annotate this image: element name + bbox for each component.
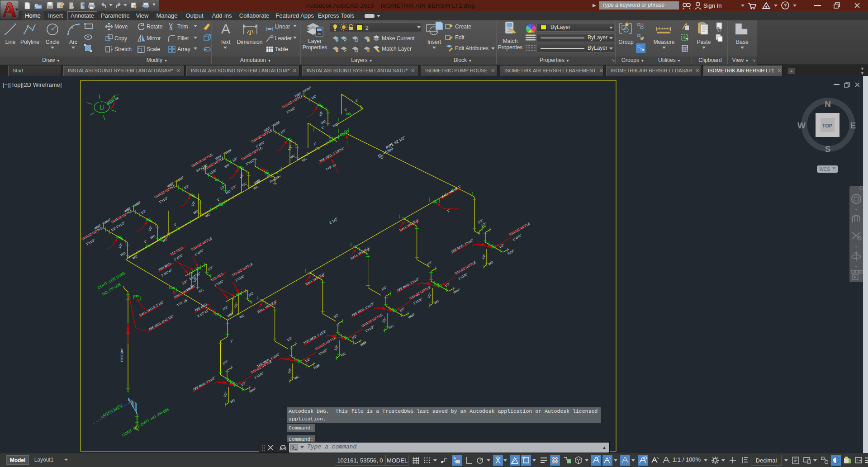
svg-text:WBF: WBF xyxy=(225,148,232,155)
svg-text:TEE RED. 1"x1/2": TEE RED. 1"x1/2" xyxy=(192,376,216,391)
svg-text:WC: WC xyxy=(229,398,236,404)
svg-text:1/2": 1/2" xyxy=(382,317,387,323)
svg-text:1/2": 1/2" xyxy=(280,128,287,134)
svg-text:WC: WC xyxy=(239,314,245,319)
svg-text:1/2": 1/2" xyxy=(140,209,147,214)
svg-text:WBF: WBF xyxy=(249,387,256,393)
svg-text:1"x1/2": 1"x1/2" xyxy=(254,371,264,379)
svg-text:WBF: WBF xyxy=(507,249,515,255)
svg-text:1"x1/2": 1"x1/2" xyxy=(173,253,184,261)
svg-text:1/2": 1/2" xyxy=(334,344,339,351)
svg-text:2 1/2": 2 1/2" xyxy=(329,217,339,225)
svg-text:1/2": 1/2" xyxy=(426,260,433,266)
svg-text:1/2": 1/2" xyxy=(381,285,388,291)
svg-text:TEE RED. 1"x1/2": TEE RED. 1"x1/2" xyxy=(351,302,375,317)
svg-text:1/2": 1/2" xyxy=(232,156,238,162)
svg-text:1"x1/2": 1"x1/2" xyxy=(413,297,423,305)
svg-text:1": 1" xyxy=(173,222,177,226)
svg-text:1/2": 1/2" xyxy=(248,291,255,297)
svg-text:1/2": 1/2" xyxy=(498,243,505,248)
svg-text:PIPE Ø4": PIPE Ø4" xyxy=(120,348,123,362)
svg-text:LANTAI SATU: LANTAI SATU xyxy=(100,403,123,419)
svg-text:1/2": 1/2" xyxy=(481,253,487,259)
svg-text:WC: WC xyxy=(241,182,247,187)
svg-text:1/2": 1/2" xyxy=(311,94,318,99)
svg-text:S: S xyxy=(825,144,831,154)
svg-text:N: N xyxy=(825,99,831,109)
svg-text:WCS: WCS xyxy=(819,167,830,172)
svg-text:1/2": 1/2" xyxy=(399,307,406,312)
svg-text:1/2": 1/2" xyxy=(148,225,153,231)
svg-text:TEE RED. 4"x2 1/2": TEE RED. 4"x2 1/2" xyxy=(148,314,174,331)
svg-text:WC: WC xyxy=(193,209,199,215)
svg-text:WC: WC xyxy=(120,251,126,257)
svg-text:1": 1" xyxy=(446,208,451,213)
svg-text:1"x1/2": 1"x1/2" xyxy=(458,272,468,280)
svg-text:1/2": 1/2" xyxy=(286,336,293,341)
svg-text:WC: WC xyxy=(488,260,494,266)
svg-text:1/2": 1/2" xyxy=(118,242,123,249)
svg-text:WC: WC xyxy=(294,375,300,380)
svg-text:1/2": 1/2" xyxy=(444,282,451,287)
svg-text:1/2": 1/2" xyxy=(351,334,358,340)
svg-text:WC: WC xyxy=(340,352,346,357)
svg-text:1/2": 1/2" xyxy=(207,265,214,271)
svg-text:1"x1/2": 1"x1/2" xyxy=(158,196,169,203)
svg-text:1/2": 1/2" xyxy=(318,110,324,117)
svg-text:1/2": 1/2" xyxy=(230,184,237,190)
svg-text:WBF: WBF xyxy=(104,218,111,224)
svg-text:1"x1/2": 1"x1/2" xyxy=(318,348,328,355)
svg-text:1/2": 1/2" xyxy=(333,313,340,318)
svg-text:1"x1/2": 1"x1/2" xyxy=(512,233,522,241)
svg-text:U: U xyxy=(99,104,104,111)
svg-text:WC: WC xyxy=(320,119,327,125)
svg-text:1": 1" xyxy=(216,197,220,202)
svg-text:WBF: WBF xyxy=(133,201,141,207)
svg-text:WC: WC xyxy=(388,324,394,330)
svg-text:WBF: WBF xyxy=(304,86,312,92)
svg-text:WBF: WBF xyxy=(273,120,281,127)
svg-text:1/2": 1/2" xyxy=(219,184,226,190)
svg-text:1": 1" xyxy=(143,239,147,244)
svg-text:1/2": 1/2" xyxy=(304,357,311,363)
svg-text:TEE RED. 1"x1/2": TEE RED. 1"x1/2" xyxy=(396,277,420,292)
svg-text:1"x1/2": 1"x1/2" xyxy=(194,248,204,256)
svg-text:1/2": 1/2" xyxy=(223,391,228,397)
svg-text:BALL VALVE 1": BALL VALVE 1" xyxy=(441,184,462,198)
svg-text:WBF: WBF xyxy=(313,363,321,370)
svg-text:1": 1" xyxy=(230,339,234,343)
svg-text:TYP. 15: TYP. 15 xyxy=(325,163,337,171)
svg-text:1"x1/2": 1"x1/2" xyxy=(235,274,245,282)
svg-text:1/2": 1/2" xyxy=(240,381,247,386)
svg-text:1/2": 1/2" xyxy=(191,200,196,207)
svg-text:3/4": 3/4" xyxy=(224,163,231,168)
svg-text:WC: WC xyxy=(198,288,204,293)
svg-text:BALL VALVE 2 1/2": BALL VALVE 2 1/2" xyxy=(139,300,164,316)
svg-text:1": 1" xyxy=(344,107,348,112)
svg-text:TYP. 15: TYP. 15 xyxy=(176,299,188,307)
svg-text:A: A xyxy=(221,21,230,36)
svg-text:WBF: WBF xyxy=(176,176,184,182)
svg-text:1"x1/2": 1"x1/2" xyxy=(85,238,96,245)
svg-text:WC: WC xyxy=(433,299,440,305)
svg-text:WBF: WBF xyxy=(453,288,460,294)
svg-text:WBF: WBF xyxy=(360,340,367,347)
svg-text:WBF: WBF xyxy=(408,313,415,319)
svg-text:1/2": 1/2" xyxy=(233,302,239,308)
svg-text:1": 1" xyxy=(355,98,359,103)
svg-text:1"x1/2": 1"x1/2" xyxy=(245,158,256,165)
svg-text:1"x1/2": 1"x1/2" xyxy=(115,221,126,228)
svg-text:W: W xyxy=(797,121,806,130)
svg-text:1"x1/2": 1"x1/2" xyxy=(365,325,375,332)
svg-text:1"x1/2": 1"x1/2" xyxy=(286,106,296,113)
svg-text:1"x1/2": 1"x1/2" xyxy=(214,279,224,287)
svg-text:CONT. SEE DWG. NO. PP-006: CONT. SEE DWG. NO. PP-006 xyxy=(121,407,170,438)
svg-text:1/2": 1/2" xyxy=(287,368,293,374)
svg-text:BALL VALVE Ø1": BALL VALVE Ø1" xyxy=(174,283,197,298)
svg-text:TEE RED. 1"x1/2": TEE RED. 1"x1/2" xyxy=(451,238,474,253)
svg-text:E: E xyxy=(850,121,856,130)
svg-text:WC: WC xyxy=(150,234,156,240)
svg-text:TOP: TOP xyxy=(822,123,832,128)
svg-text:WC: WC xyxy=(289,154,296,159)
svg-text:1/2": 1/2" xyxy=(427,292,432,298)
